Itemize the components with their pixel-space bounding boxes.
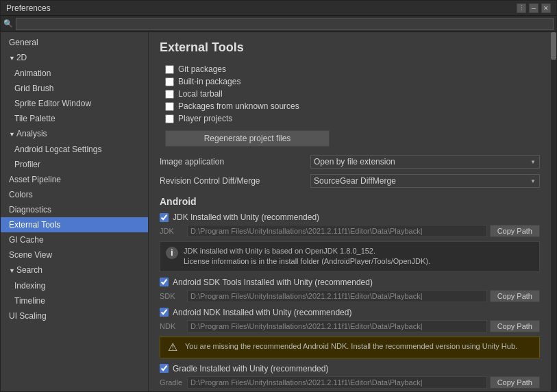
sidebar-item-sprite-editor[interactable]: Sprite Editor Window (1, 96, 148, 111)
image-application-label: Image application (160, 157, 310, 167)
sdk-copy-path-button[interactable]: Copy Path (490, 290, 540, 302)
player-projects-label: Player projects (178, 114, 232, 123)
sidebar-item-profiler[interactable]: Profiler (1, 157, 148, 172)
sidebar-item-indexing[interactable]: Indexing (1, 278, 148, 293)
ndk-check-label: Android NDK Installed with Unity (recomm… (173, 308, 351, 317)
jdk-info-icon: i (166, 247, 178, 259)
ndk-label: NDK (160, 322, 187, 330)
sdk-path-value: D:\Program Files\UnityInstallations\2021… (187, 290, 487, 302)
gradle-path-row: Gradle D:\Program Files\UnityInstallatio… (160, 375, 540, 390)
search-icon: 🔍 (3, 19, 13, 28)
jdk-path-row: JDK D:\Program Files\UnityInstallations\… (160, 223, 540, 238)
ndk-check-row: Android NDK Installed with Unity (recomm… (160, 308, 540, 317)
sdk-path-row: SDK D:\Program Files\UnityInstallations\… (160, 289, 540, 304)
sidebar-item-search[interactable]: ▼Search (1, 262, 148, 278)
gradle-label: Gradle (160, 378, 187, 387)
jdk-copy-path-button[interactable]: Copy Path (490, 225, 540, 237)
sidebar-item-2d[interactable]: ▼2D (1, 50, 148, 66)
player-projects-row: Player projects (165, 112, 540, 125)
jdk-info-text: JDK installed with Unity is based on Ope… (184, 246, 430, 267)
android-section-title: Android (160, 196, 540, 207)
revision-control-row: Revision Control Diff/Merge SourceGear D… (160, 174, 540, 188)
ndk-copy-path-button[interactable]: Copy Path (490, 320, 540, 332)
local-tarball-checkbox[interactable] (165, 90, 174, 99)
sidebar-item-gi-cache[interactable]: GI Cache (1, 232, 148, 247)
sidebar-item-colors[interactable]: Colors (1, 187, 148, 202)
sidebar-item-android-logcat[interactable]: Android Logcat Settings (1, 142, 148, 157)
jdk-checkbox[interactable] (160, 213, 169, 222)
player-projects-checkbox[interactable] (165, 114, 174, 123)
search-bar: 🔍 (1, 16, 556, 32)
warning-icon: ⚠ (166, 341, 180, 354)
sidebar-item-timeline[interactable]: Timeline (1, 293, 148, 308)
content-area: External Tools Git packages Built-in pac… (149, 32, 551, 391)
gradle-checkbox[interactable] (160, 364, 169, 373)
sidebar-item-asset-pipeline[interactable]: Asset Pipeline (1, 172, 148, 187)
git-packages-label: Git packages (178, 64, 226, 74)
window-title: Preferences (6, 3, 51, 13)
revision-control-label: Revision Control Diff/Merge (160, 176, 310, 186)
ndk-path-value: D:\Program Files\UnityInstallations\2021… (187, 320, 487, 332)
revision-control-select-wrapper[interactable]: SourceGear DiffMerge (310, 174, 540, 188)
sidebar-item-ui-scaling[interactable]: UI Scaling (1, 308, 148, 323)
built-in-checkbox[interactable] (165, 77, 174, 86)
local-tarball-row: Local tarball (165, 88, 540, 100)
local-tarball-label: Local tarball (178, 89, 223, 99)
gradle-copy-path-button[interactable]: Copy Path (490, 376, 540, 389)
revision-control-select[interactable]: SourceGear DiffMerge (310, 174, 540, 188)
jdk-label: JDK (160, 227, 187, 235)
titlebar: Preferences ⋮ ─ ✕ (1, 1, 556, 16)
menu-btn[interactable]: ⋮ (517, 3, 526, 13)
image-application-select-wrapper[interactable]: Open by file extension (310, 155, 540, 169)
scrollbar[interactable] (551, 32, 556, 391)
sidebar-item-general[interactable]: General (1, 35, 148, 50)
ndk-warning-box: ⚠ You are missing the recommended Androi… (160, 336, 540, 358)
sidebar-item-scene-view[interactable]: Scene View (1, 247, 148, 262)
sdk-checkbox[interactable] (160, 278, 169, 286)
regen-button[interactable]: Regenerate project files (165, 130, 330, 147)
sidebar-item-tile-palette[interactable]: Tile Palette (1, 111, 148, 126)
built-in-label: Built-in packages (178, 77, 240, 86)
jdk-check-row: JDK Installed with Unity (recommended) (160, 212, 540, 222)
preferences-window: Preferences ⋮ ─ ✕ 🔍 General ▼2D Animatio… (0, 0, 557, 392)
sidebar-item-animation[interactable]: Animation (1, 66, 148, 81)
jdk-path-value: D:\Program Files\UnityInstallations\2021… (187, 225, 487, 237)
unknown-sources-checkbox[interactable] (165, 102, 174, 111)
sidebar-item-analysis[interactable]: ▼Analysis (1, 126, 148, 142)
built-in-row: Built-in packages (165, 75, 540, 88)
minimize-btn[interactable]: ─ (529, 3, 539, 13)
close-btn[interactable]: ✕ (541, 3, 551, 13)
gradle-check-label: Gradle Installed with Unity (recommended… (173, 364, 328, 373)
sidebar-item-grid-brush[interactable]: Grid Brush (1, 81, 148, 96)
page-title: External Tools (160, 40, 540, 55)
search-input[interactable] (16, 18, 554, 30)
image-application-select[interactable]: Open by file extension (310, 155, 540, 169)
git-packages-checkbox[interactable] (165, 65, 174, 74)
jdk-check-label: JDK Installed with Unity (recommended) (173, 212, 319, 222)
sidebar-item-diagnostics[interactable]: Diagnostics (1, 202, 148, 217)
sdk-label: SDK (160, 292, 187, 300)
ndk-path-row: NDK D:\Program Files\UnityInstallations\… (160, 319, 540, 334)
sidebar: General ▼2D Animation Grid Brush Sprite … (1, 32, 149, 391)
sidebar-item-external-tools[interactable]: External Tools (1, 217, 148, 232)
window-controls: ⋮ ─ ✕ (517, 3, 551, 13)
git-packages-row: Git packages (165, 63, 540, 75)
gradle-check-row: Gradle Installed with Unity (recommended… (160, 364, 540, 373)
ndk-checkbox[interactable] (160, 308, 169, 317)
sdk-check-label: Android SDK Tools Installed with Unity (… (173, 278, 373, 287)
image-application-row: Image application Open by file extension (160, 155, 540, 169)
ndk-warning-text: You are missing the recommended Android … (185, 341, 517, 352)
scrollbar-thumb[interactable] (551, 32, 556, 60)
sdk-check-row: Android SDK Tools Installed with Unity (… (160, 278, 540, 287)
gradle-path-value: D:\Program Files\UnityInstallations\2021… (187, 376, 487, 389)
main-area: General ▼2D Animation Grid Brush Sprite … (1, 32, 556, 391)
unknown-sources-label: Packages from unknown sources (178, 101, 299, 111)
unknown-sources-row: Packages from unknown sources (165, 100, 540, 112)
jdk-info-box: i JDK installed with Unity is based on O… (160, 241, 540, 272)
